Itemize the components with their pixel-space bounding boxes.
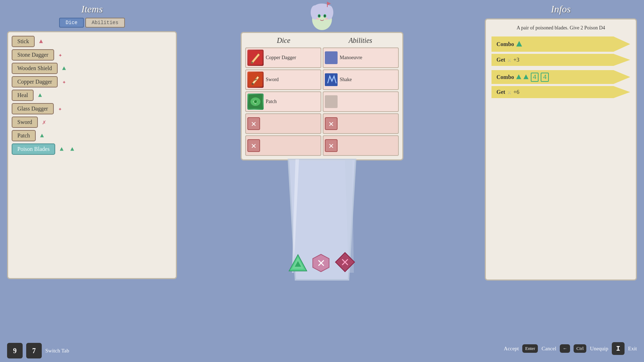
shake-label: Shake bbox=[340, 77, 352, 83]
combo-section-2: Combo ▲ ▲ 4 4 Get ⚔ +6 bbox=[491, 70, 630, 98]
dice-row-1: Copper Dagger Manoeuvre bbox=[245, 47, 399, 68]
list-item[interactable]: Poison Blades ▲ ▲ bbox=[12, 143, 172, 155]
list-item[interactable]: Patch ▲ bbox=[12, 130, 172, 141]
get-banner-1: Get ⚔ +3 bbox=[491, 54, 630, 66]
key-7-button[interactable]: 7 bbox=[26, 343, 42, 358]
locked-x-1: ✕ bbox=[247, 117, 260, 130]
item-sword-button[interactable]: Sword bbox=[12, 117, 38, 128]
infos-content: A pair of poisoned blades. Give 2 Poison… bbox=[485, 18, 637, 281]
dice-cell-locked-1[interactable]: ✕ bbox=[245, 113, 321, 134]
wooden-shield-icon: ▲ bbox=[60, 64, 68, 73]
ability-cell-shake[interactable]: Shake bbox=[323, 69, 399, 90]
key-7-label: 7 bbox=[32, 347, 36, 355]
item-poison-blades-button[interactable]: Poison Blades bbox=[12, 143, 55, 155]
list-item[interactable]: Glass Dagger ✦ bbox=[12, 103, 172, 114]
sword-image bbox=[247, 72, 264, 88]
character-area bbox=[304, 0, 340, 35]
ability-cell-locked-1[interactable]: ✕ bbox=[323, 113, 399, 134]
dice-cell-copper-dagger[interactable]: Copper Dagger bbox=[245, 47, 321, 68]
die-green-triangle bbox=[288, 253, 308, 273]
dice-cell-sword[interactable]: Sword bbox=[245, 69, 321, 90]
svg-point-9 bbox=[316, 18, 320, 20]
exit-label: Exit bbox=[628, 346, 637, 352]
dice-row-4: ✕ ✕ bbox=[245, 113, 399, 134]
locked-x-2: ✕ bbox=[247, 139, 260, 152]
tab-abilities[interactable]: Abilities bbox=[85, 18, 125, 28]
get-label-2: Get bbox=[496, 89, 505, 95]
key-back-button[interactable]: ← bbox=[560, 344, 570, 353]
list-item[interactable]: Copper Dagger ✦ bbox=[12, 76, 172, 87]
dice-in-cup bbox=[288, 251, 356, 273]
svg-point-8 bbox=[324, 15, 326, 17]
item-heal-button[interactable]: Heal bbox=[12, 90, 34, 101]
combo-badge-2b: 4 bbox=[541, 73, 549, 82]
items-panel: Items Dice Abilities Stick ▲ Stone Dagge… bbox=[7, 4, 177, 280]
combo-badge-2a: 4 bbox=[531, 73, 539, 82]
bottom-bar: 9 7 Switch Tab Accept Enter Cancel ← Ctr… bbox=[0, 343, 644, 358]
list-item[interactable]: Stone Dagger ✦ bbox=[12, 49, 172, 61]
abilities-column-title: Abilities bbox=[322, 36, 399, 45]
items-title: Items bbox=[7, 4, 177, 15]
combo-banner-1: Combo ▲ bbox=[491, 36, 630, 52]
list-item[interactable]: Sword ✗ bbox=[12, 117, 172, 128]
sword-icon: ✗ bbox=[40, 118, 48, 126]
combo-section-1: Combo ▲ Get ⚔ +3 bbox=[491, 36, 630, 66]
stone-dagger-icon: ✦ bbox=[56, 51, 65, 59]
item-stick-button[interactable]: Stick bbox=[12, 36, 35, 47]
items-list: Stick ▲ Stone Dagger ✦ Wooden Shield ▲ C… bbox=[7, 31, 177, 279]
svg-point-17 bbox=[252, 83, 254, 85]
patch-icon: ▲ bbox=[38, 131, 46, 140]
get-banner-2: Get ⚔ +6 bbox=[491, 86, 630, 98]
key-ctrl-button[interactable]: Ctrl bbox=[574, 344, 586, 353]
key-9-label: 9 bbox=[13, 347, 17, 355]
empty-ability-block bbox=[325, 95, 338, 108]
stick-icon: ▲ bbox=[37, 37, 45, 46]
copper-dagger-image bbox=[247, 50, 264, 66]
ability-cell-manoeuvre[interactable]: Manoeuvre bbox=[323, 47, 399, 68]
shake-color-block bbox=[325, 73, 338, 86]
item-wooden-shield-button[interactable]: Wooden Shield bbox=[12, 63, 58, 74]
die-dark-diamond bbox=[334, 251, 356, 273]
key-9-button[interactable]: 9 bbox=[7, 343, 23, 358]
unequip-label: Unequip bbox=[590, 346, 608, 352]
item-copper-dagger-button[interactable]: Copper Dagger bbox=[12, 76, 58, 87]
combo-label-2: Combo bbox=[496, 74, 514, 80]
infos-title: Infos bbox=[485, 4, 637, 15]
locked-x-ability-1: ✕ bbox=[325, 117, 338, 130]
locked-x-ability-2: ✕ bbox=[325, 139, 338, 152]
key-enter-label: Enter bbox=[525, 346, 535, 351]
item-stone-dagger-button[interactable]: Stone Dagger bbox=[12, 49, 54, 61]
manoeuvre-color-block bbox=[325, 51, 338, 64]
tab-dice[interactable]: Dice bbox=[59, 18, 84, 28]
die-pink-hexagon bbox=[311, 253, 331, 273]
copper-dagger-icon: ✦ bbox=[60, 78, 68, 86]
dice-abilities-panel: Dice Abilities Copper Dagger bbox=[241, 32, 403, 160]
main-container: Items Dice Abilities Stick ▲ Stone Dagge… bbox=[0, 0, 644, 362]
key-i-button[interactable]: I bbox=[612, 342, 625, 355]
list-item[interactable]: Stick ▲ bbox=[12, 36, 172, 47]
poison-blades-icon-2: ▲ bbox=[68, 145, 76, 153]
list-item[interactable]: Heal ▲ bbox=[12, 90, 172, 101]
combo-tri-2b: ▲ bbox=[523, 72, 528, 82]
svg-point-4 bbox=[325, 5, 333, 19]
svg-point-14 bbox=[251, 62, 253, 64]
svg-point-21 bbox=[254, 100, 257, 103]
switch-tab-label: Switch Tab bbox=[45, 348, 69, 354]
infos-panel: Infos A pair of poisoned blades. Give 2 … bbox=[485, 4, 637, 280]
key-enter-button[interactable]: Enter bbox=[522, 344, 538, 353]
manoeuvre-label: Manoeuvre bbox=[340, 55, 362, 61]
key-i-label: I bbox=[616, 345, 620, 353]
ability-cell-patch-empty[interactable] bbox=[323, 91, 399, 112]
combo-tri-1: ▲ bbox=[516, 39, 522, 50]
item-glass-dagger-button[interactable]: Glass Dagger bbox=[12, 103, 54, 114]
item-patch-button[interactable]: Patch bbox=[12, 130, 36, 141]
cancel-label: Cancel bbox=[541, 346, 556, 352]
list-item[interactable]: Wooden Shield ▲ bbox=[12, 63, 172, 74]
get-label-1: Get bbox=[496, 57, 505, 63]
patch-image bbox=[247, 94, 264, 110]
items-tabs: Dice Abilities bbox=[7, 18, 177, 28]
bottom-right-actions: Accept Enter Cancel ← Ctrl Unequip I Exi… bbox=[504, 342, 637, 355]
cup-area bbox=[267, 152, 377, 287]
dice-panel-header: Dice Abilities bbox=[245, 36, 399, 45]
dice-cell-patch[interactable]: Patch bbox=[245, 91, 321, 112]
